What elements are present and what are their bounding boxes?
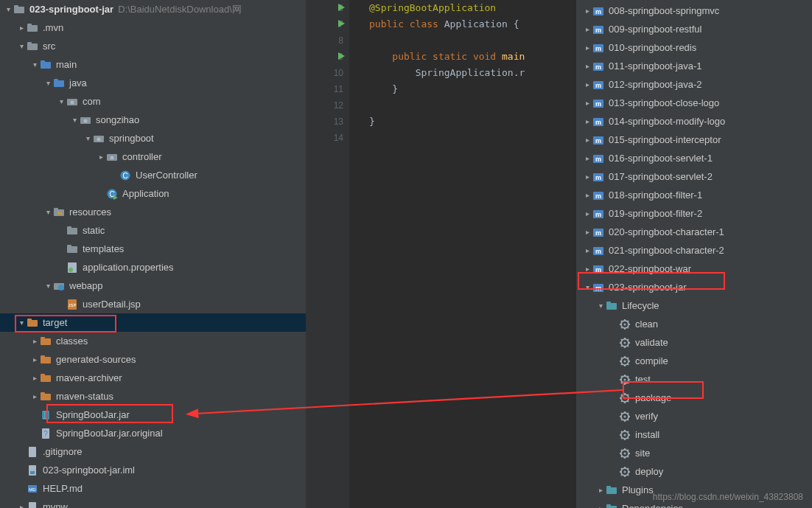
maven-item-013-springboot-close-logo[interactable]: ▸m013-springboot-close-logo: [576, 94, 812, 112]
run-gutter-icon[interactable]: [337, 3, 346, 14]
maven-item-deploy[interactable]: deploy: [576, 462, 812, 481]
maven-item-019-springboot-filter-2[interactable]: ▸m019-springboot-filter-2: [576, 204, 812, 223]
package-icon: [66, 96, 78, 108]
m-icon: m: [592, 97, 604, 109]
svg-line-101: [621, 321, 623, 322]
project-item-023-springboot-jar-iml[interactable]: 023-springboot-jar.iml: [0, 461, 306, 479]
svg-line-141: [621, 394, 623, 396]
project-item-springboot[interactable]: ▾springboot: [0, 129, 306, 147]
maven-item-compile[interactable]: compile: [576, 352, 812, 370]
folder-cyan-icon: [606, 300, 617, 312]
maven-item-018-springboot-filter-1[interactable]: ▸m018-springboot-filter-1: [576, 186, 812, 204]
maven-panel[interactable]: ▸m008-springboot-springmvc▸m009-springbo…: [576, 0, 812, 508]
code-editor[interactable]: 67891011121314 @SpringBootApplicationpub…: [306, 0, 576, 508]
svg-line-123: [621, 363, 623, 365]
m-icon: m: [592, 245, 604, 257]
maven-item-015-springboot-interceptor[interactable]: ▸m015-springboot-interceptor: [576, 131, 812, 149]
project-item-java[interactable]: ▾java: [0, 74, 306, 92]
maven-item-verify[interactable]: verify: [576, 407, 812, 425]
svg-line-172: [628, 456, 629, 457]
svg-marker-60: [338, 52, 345, 60]
project-item-generated-sources[interactable]: ▸generated-sources: [0, 350, 306, 369]
chevron-right-icon: ▸: [582, 265, 592, 273]
maven-item-020-springboot-character-1[interactable]: ▸m020-springboot-character-1: [576, 223, 812, 241]
code-line[interactable]: public static void main: [369, 49, 576, 65]
project-item-main[interactable]: ▾main: [0, 55, 306, 74]
gutter-line: 14: [306, 130, 349, 146]
tree-item-label: Plugins: [622, 484, 654, 495]
code-line[interactable]: [369, 130, 576, 146]
project-item-application[interactable]: CApplication: [0, 184, 306, 203]
project-item-target[interactable]: ▾target: [0, 313, 306, 332]
maven-item-017-springboot-servlet-2[interactable]: ▸m017-springboot-servlet-2: [576, 167, 812, 186]
maven-item-014-springboot-modify-logo[interactable]: ▸m014-springboot-modify-logo: [576, 112, 812, 131]
project-item-usercontroller[interactable]: CUserController: [0, 166, 306, 184]
code-line[interactable]: [369, 97, 576, 114]
project-item-help-md[interactable]: MDHELP.md: [0, 479, 306, 498]
project-item-webapp[interactable]: ▾webapp: [0, 276, 306, 295]
svg-line-122: [628, 363, 629, 365]
project-root[interactable]: ▾ 023-springboot-jar D:\BaiduNetdiskDown…: [0, 0, 306, 18]
project-item-classes[interactable]: ▸classes: [0, 332, 306, 350]
code-line[interactable]: }: [369, 81, 576, 97]
maven-item-016-springboot-servlet-1[interactable]: ▸m016-springboot-servlet-1: [576, 149, 812, 167]
svg-line-171: [621, 450, 623, 451]
svg-marker-59: [338, 20, 345, 27]
maven-item-clean[interactable]: clean: [576, 315, 812, 333]
file-icon: [27, 501, 38, 509]
maven-item-011-springboot-java-1[interactable]: ▸m011-springboot-java-1: [576, 57, 812, 75]
project-item-templates[interactable]: templates: [0, 240, 306, 258]
maven-item-package[interactable]: package: [576, 389, 812, 407]
project-item-songzihao[interactable]: ▾songzihao: [0, 111, 306, 129]
chevron-down-icon: ▾: [29, 60, 40, 69]
maven-item-012-springboot-java-2[interactable]: ▸m012-springboot-java-2: [576, 75, 812, 94]
svg-line-154: [628, 413, 629, 414]
run-gutter-icon[interactable]: [337, 52, 346, 63]
maven-item-021-springboot-character-2[interactable]: ▸m021-springboot-character-2: [576, 241, 812, 260]
svg-text:m: m: [595, 137, 601, 145]
svg-point-156: [624, 434, 626, 436]
svg-line-184: [628, 468, 629, 470]
maven-item-008-springboot-springmvc[interactable]: ▸m008-springboot-springmvc: [576, 1, 812, 20]
code-line[interactable]: [369, 32, 576, 49]
project-item-resources[interactable]: ▾resources: [0, 203, 306, 221]
maven-item-test[interactable]: test: [576, 370, 812, 389]
maven-item-validate[interactable]: validate: [576, 333, 812, 352]
project-tree[interactable]: ▾ 023-springboot-jar D:\BaiduNetdiskDown…: [0, 0, 306, 508]
gutter-line: 12: [306, 97, 349, 114]
svg-text:m: m: [595, 156, 601, 163]
project-item-maven-archiver[interactable]: ▸maven-archiver: [0, 369, 306, 387]
svg-text:m: m: [595, 63, 601, 71]
svg-text:m: m: [595, 192, 601, 200]
project-item-controller[interactable]: ▸controller: [0, 147, 306, 166]
m-icon: m: [592, 134, 604, 146]
maven-item-023-springboot-jar[interactable]: ▾m023-springboot-jar: [576, 278, 812, 296]
m-icon: m: [592, 42, 604, 54]
maven-item-lifecycle[interactable]: ▾Lifecycle: [576, 296, 812, 315]
maven-item-009-springboot-restful[interactable]: ▸m009-springboot-restful: [576, 20, 812, 38]
maven-item-install[interactable]: install: [576, 425, 812, 444]
maven-item-site[interactable]: site: [576, 444, 812, 462]
code-line[interactable]: public class Application {: [369, 16, 576, 32]
code-area[interactable]: @SpringBootApplicationpublic class Appli…: [350, 0, 576, 508]
project-item-com[interactable]: ▾com: [0, 92, 306, 111]
project-item--mvn[interactable]: ▸.mvn: [0, 18, 306, 37]
project-item--gitignore[interactable]: .gitignore: [0, 442, 306, 461]
code-line[interactable]: @SpringBootApplication: [369, 0, 576, 16]
project-item-userdetail-jsp[interactable]: JSPuserDetail.jsp: [0, 295, 306, 313]
project-item-static[interactable]: static: [0, 221, 306, 240]
project-item-springbootjar-jar-original[interactable]: ?SpringBootJar.jar.original: [0, 424, 306, 442]
m-icon: m: [592, 5, 604, 17]
maven-item-022-springboot-war[interactable]: ▸m022-springboot-war: [576, 260, 812, 278]
code-line[interactable]: }: [369, 114, 576, 130]
maven-item-010-springboot-redis[interactable]: ▸m010-springboot-redis: [576, 38, 812, 57]
project-item-maven-status[interactable]: ▸maven-status: [0, 387, 306, 406]
project-item-mvnw[interactable]: ▸mvnw: [0, 498, 306, 508]
svg-line-161: [621, 431, 623, 433]
code-line[interactable]: SpringApplication.r: [369, 65, 576, 81]
project-item-springbootjar-jar[interactable]: SpringBootJar.jar: [0, 406, 306, 424]
project-item-application-properties[interactable]: application.properties: [0, 258, 306, 276]
svg-line-102: [628, 327, 629, 328]
project-item-src[interactable]: ▾src: [0, 37, 306, 55]
run-gutter-icon[interactable]: [337, 19, 346, 30]
